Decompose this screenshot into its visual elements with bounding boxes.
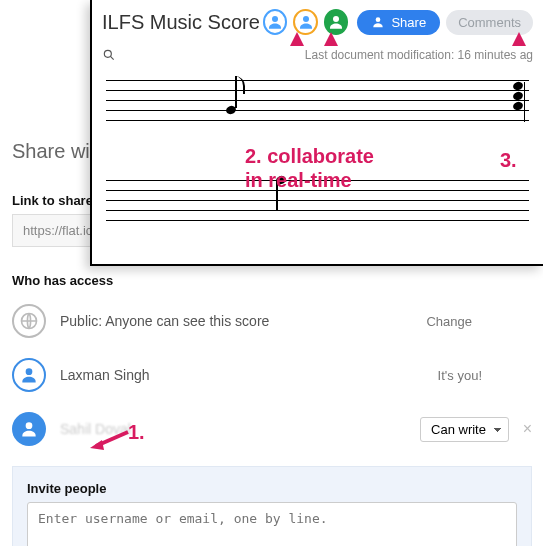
globe-icon [12,304,46,338]
comments-button[interactable]: Comments [446,10,533,35]
invite-box: Invite people Can write Invite [12,466,532,546]
svg-line-8 [110,56,113,59]
collab-permission: Can write × [420,417,532,442]
note-stem [524,82,526,122]
svg-point-7 [104,50,111,57]
search-icon[interactable] [102,48,116,62]
editor-topbar: ILFS Music Score Share Comments [92,0,543,44]
annotation-arrow [90,430,130,450]
editor-overlay: ILFS Music Score Share Comments Last doc… [90,0,543,266]
last-modified-text: Last document modification: 16 minutes a… [305,48,533,62]
access-row-owner: Laxman Singh It's you! [12,348,532,402]
collaborator-avatar-3[interactable] [324,9,348,35]
music-sheet[interactable] [92,70,543,232]
document-title: ILFS Music Score [102,11,260,34]
its-you-label: It's you! [438,368,482,383]
user-icon [12,412,46,446]
change-link[interactable]: Change [426,314,472,329]
note-stem [276,180,278,210]
svg-marker-10 [90,440,104,450]
permission-select[interactable]: Can write [420,417,509,442]
share-button[interactable]: Share [357,10,440,35]
owner-name: Laxman Singh [60,367,438,383]
music-staff-2 [106,170,529,232]
editor-subtoolbar: Last document modification: 16 minutes a… [92,44,543,70]
user-icon [12,358,46,392]
svg-point-3 [272,16,278,22]
note-flag [235,76,245,94]
svg-point-6 [376,17,381,22]
remove-collab-icon[interactable]: × [523,420,532,437]
collaborator-avatar-2[interactable] [293,9,318,35]
svg-point-4 [303,16,309,22]
access-row-public: Public: Anyone can see this score Change [12,294,532,348]
svg-point-5 [333,16,339,22]
music-staff-1 [106,70,529,132]
svg-point-1 [26,368,33,375]
svg-point-2 [26,422,33,429]
public-text: Public: Anyone can see this score [60,313,426,329]
who-has-access-label: Who has access [12,273,532,288]
share-button-label: Share [391,15,426,30]
invite-people-label: Invite people [27,481,517,496]
collaborator-avatar-1[interactable] [263,9,288,35]
share-icon [371,15,385,29]
invite-textarea[interactable] [27,502,517,546]
